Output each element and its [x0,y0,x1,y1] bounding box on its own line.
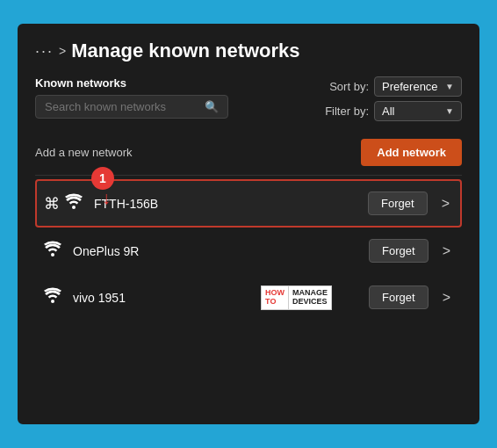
forget-button-1[interactable]: Forget [369,239,429,263]
wifi-icon-2 [43,287,62,307]
filter-by-chevron: ▼ [445,106,454,116]
known-networks-label: Known networks [35,76,228,90]
wifi-icon-1 [43,241,62,261]
network-item-wrapper-2: vivo 1951 HOW TO MANAGE DEVICES Forget > [35,274,462,322]
annotation-arrow: ↓ [102,188,111,208]
network-name-0: FTTH-156B [94,197,357,211]
network-item-1[interactable]: OnePlus 9R Forget > [35,228,462,274]
watermark: HOW TO MANAGE DEVICES [261,285,332,310]
chevron-button-0[interactable]: > [438,194,453,213]
filter-by-dropdown[interactable]: All ▼ [374,101,462,121]
search-icon: 🔍 [205,100,219,113]
sort-by-value: Preference [382,80,438,93]
network-item-wrapper-1: OnePlus 9R Forget > [35,228,462,274]
chevron-button-2[interactable]: > [439,288,454,307]
network-item-wrapper-0: 1 ↓ ⌘ FTTH-156B Forget > [35,179,462,228]
search-box[interactable]: 🔍 [35,95,228,119]
annotation-circle: 1 [91,167,114,190]
breadcrumb: ··· > Manage known networks [35,40,462,62]
filter-by-value: All [382,105,394,118]
breadcrumb-dots[interactable]: ··· [35,42,54,61]
forget-button-2[interactable]: Forget [369,285,429,309]
page-title: Manage known networks [71,40,299,62]
sort-by-row: Sort by: Preference ▼ [329,76,462,97]
network-name-1: OnePlus 9R [73,244,358,258]
left-controls: Known networks 🔍 [35,76,228,119]
controls-row: Known networks 🔍 Sort by: Preference ▼ F… [35,76,462,121]
sort-by-label: Sort by: [329,80,369,93]
network-list: 1 ↓ ⌘ FTTH-156B Forget > [35,179,462,322]
network-name-2: vivo 1951 [73,291,250,305]
sort-by-chevron: ▼ [445,82,454,91]
filter-by-row: Filter by: All ▼ [325,101,462,121]
network-item-2[interactable]: vivo 1951 HOW TO MANAGE DEVICES Forget > [35,274,462,322]
sort-by-dropdown[interactable]: Preference ▼ [374,76,462,97]
breadcrumb-arrow: > [59,44,66,58]
search-input[interactable] [45,100,199,113]
add-network-button[interactable]: Add network [361,139,462,166]
chevron-button-1[interactable]: > [439,242,454,261]
sort-filter-col: Sort by: Preference ▼ Filter by: All ▼ [325,76,462,121]
wifi-icon-0: ⌘ [44,193,83,213]
forget-button-0[interactable]: Forget [368,191,428,215]
add-network-label: Add a new network [35,146,133,159]
filter-by-label: Filter by: [325,105,369,118]
manage-networks-window: ··· > Manage known networks Known networ… [16,22,481,426]
